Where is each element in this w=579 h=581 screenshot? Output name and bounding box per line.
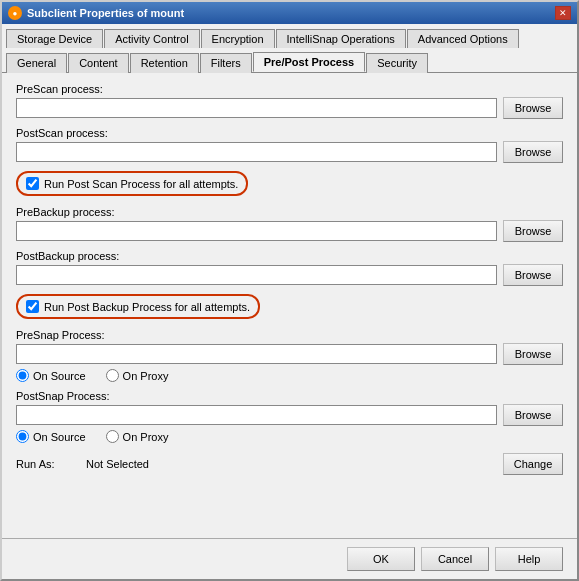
presnap-radio-row: On Source On Proxy (16, 369, 563, 382)
tab-row-2: General Content Retention Filters Pre/Po… (2, 48, 577, 72)
footer: OK Cancel Help (2, 538, 577, 579)
presnap-input[interactable] (16, 344, 497, 364)
window-title: Subclient Properties of mount (27, 7, 184, 19)
postsnap-on-proxy-option[interactable]: On Proxy (106, 430, 169, 443)
tab-storage-device[interactable]: Storage Device (6, 29, 103, 48)
browse-postsnap-button[interactable]: Browse (503, 404, 563, 426)
tab-content[interactable]: Content (68, 53, 129, 73)
title-bar-left: ● Subclient Properties of mount (8, 6, 184, 20)
postscan-input-row: Browse (16, 141, 563, 163)
help-button[interactable]: Help (495, 547, 563, 571)
tabs-container: Storage Device Activity Control Encrypti… (2, 24, 577, 73)
presnap-group: PreSnap Process: Browse On Source On Pro… (16, 329, 563, 382)
postbackup-group: PostBackup process: Browse (16, 250, 563, 286)
postsnap-on-source-label: On Source (33, 431, 86, 443)
postbackup-input[interactable] (16, 265, 497, 285)
prebackup-input[interactable] (16, 221, 497, 241)
presnap-on-source-option[interactable]: On Source (16, 369, 86, 382)
run-postbackup-checkbox-row: Run Post Backup Process for all attempts… (16, 294, 260, 319)
browse-prebackup-button[interactable]: Browse (503, 220, 563, 242)
browse-postscan-button[interactable]: Browse (503, 141, 563, 163)
postbackup-label: PostBackup process: (16, 250, 563, 262)
browse-prescan-button[interactable]: Browse (503, 97, 563, 119)
cancel-button[interactable]: Cancel (421, 547, 489, 571)
prescan-input-row: Browse (16, 97, 563, 119)
presnap-on-source-radio[interactable] (16, 369, 29, 382)
postsnap-on-source-option[interactable]: On Source (16, 430, 86, 443)
tab-retention[interactable]: Retention (130, 53, 199, 73)
run-as-row: Run As: Not Selected Change (16, 453, 563, 475)
app-icon: ● (8, 6, 22, 20)
tab-filters[interactable]: Filters (200, 53, 252, 73)
tab-row-1: Storage Device Activity Control Encrypti… (2, 24, 577, 47)
run-postbackup-label[interactable]: Run Post Backup Process for all attempts… (44, 301, 250, 313)
run-postscan-label[interactable]: Run Post Scan Process for all attempts. (44, 178, 238, 190)
run-as-label: Run As: (16, 458, 76, 470)
presnap-input-row: Browse (16, 343, 563, 365)
postsnap-label: PostSnap Process: (16, 390, 563, 402)
postscan-label: PostScan process: (16, 127, 563, 139)
tab-encryption[interactable]: Encryption (201, 29, 275, 48)
prebackup-input-row: Browse (16, 220, 563, 242)
title-controls: ✕ (555, 6, 571, 20)
browse-postbackup-button[interactable]: Browse (503, 264, 563, 286)
tab-intellisnap[interactable]: IntelliSnap Operations (276, 29, 406, 48)
postscan-input[interactable] (16, 142, 497, 162)
presnap-on-proxy-option[interactable]: On Proxy (106, 369, 169, 382)
postsnap-group: PostSnap Process: Browse On Source On Pr… (16, 390, 563, 443)
change-button[interactable]: Change (503, 453, 563, 475)
postsnap-on-source-radio[interactable] (16, 430, 29, 443)
postsnap-on-proxy-radio[interactable] (106, 430, 119, 443)
presnap-label: PreSnap Process: (16, 329, 563, 341)
prebackup-group: PreBackup process: Browse (16, 206, 563, 242)
postsnap-on-proxy-label: On Proxy (123, 431, 169, 443)
run-postscan-checkbox-row: Run Post Scan Process for all attempts. (16, 171, 248, 196)
presnap-on-proxy-label: On Proxy (123, 370, 169, 382)
postscan-group: PostScan process: Browse (16, 127, 563, 163)
prebackup-label: PreBackup process: (16, 206, 563, 218)
run-postscan-checkbox[interactable] (26, 177, 39, 190)
run-as-value: Not Selected (86, 458, 493, 470)
tab-pre-post-process[interactable]: Pre/Post Process (253, 52, 366, 72)
tab-security[interactable]: Security (366, 53, 428, 73)
prescan-group: PreScan process: Browse (16, 83, 563, 119)
tab-general[interactable]: General (6, 53, 67, 73)
postsnap-input-row: Browse (16, 404, 563, 426)
browse-presnap-button[interactable]: Browse (503, 343, 563, 365)
tab-activity-control[interactable]: Activity Control (104, 29, 199, 48)
prescan-label: PreScan process: (16, 83, 563, 95)
presnap-on-source-label: On Source (33, 370, 86, 382)
main-window: ● Subclient Properties of mount ✕ Storag… (0, 0, 579, 581)
prescan-input[interactable] (16, 98, 497, 118)
presnap-on-proxy-radio[interactable] (106, 369, 119, 382)
tab-advanced-options[interactable]: Advanced Options (407, 29, 519, 48)
postbackup-input-row: Browse (16, 264, 563, 286)
content-area: PreScan process: Browse PostScan process… (2, 73, 577, 538)
run-postbackup-checkbox[interactable] (26, 300, 39, 313)
postsnap-input[interactable] (16, 405, 497, 425)
ok-button[interactable]: OK (347, 547, 415, 571)
postsnap-radio-row: On Source On Proxy (16, 430, 563, 443)
close-button[interactable]: ✕ (555, 6, 571, 20)
title-bar: ● Subclient Properties of mount ✕ (2, 2, 577, 24)
